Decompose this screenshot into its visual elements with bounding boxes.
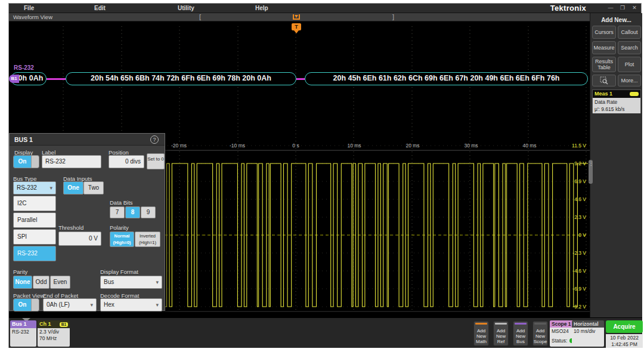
zoom-window-right-bracket[interactable]: ] <box>392 13 394 20</box>
polarity-label: Polarity <box>110 224 129 231</box>
parity-label: Parity <box>13 268 27 275</box>
time-tick-label: 20 ms <box>405 143 419 149</box>
meas1-name: Data Rate <box>595 98 639 106</box>
set-to-zero-button[interactable]: Set to 0 <box>147 153 165 169</box>
restore-icon[interactable]: ❐ <box>618 5 627 11</box>
bus-handle-badge[interactable]: B1 <box>9 75 19 83</box>
chevron-down-icon: ▾ <box>90 299 93 311</box>
mask-zoom-button[interactable] <box>592 75 616 87</box>
volt-tick-label: 4.6 V <box>574 196 586 202</box>
bus1-badge[interactable]: Bus 1 RS-232 <box>10 320 36 347</box>
waveform-view-bar: Waveform View [ ] <box>9 13 590 21</box>
ref-color-stripe <box>495 323 507 325</box>
chevron-down-icon: ▾ <box>156 276 159 288</box>
threshold-input[interactable]: 0 V <box>58 231 101 246</box>
parity-none-button[interactable]: None <box>13 276 32 289</box>
add-results-table-button[interactable]: Results Table <box>592 57 616 72</box>
tektronix-logo: Tektronix <box>550 4 586 13</box>
waveform-view-title: Waveform View <box>13 14 52 20</box>
bus-type-option-rs232[interactable]: RS-232 <box>13 246 56 261</box>
volt-tick-label: 9.2 V <box>574 160 586 166</box>
display-format-dropdown[interactable]: Bus▾ <box>100 276 162 289</box>
end-of-packet-dropdown[interactable]: 0Ah (LF)▾ <box>43 298 97 311</box>
parity-even-button[interactable]: Even <box>50 276 70 289</box>
packet-view-toggle[interactable]: On <box>13 298 39 311</box>
horizontal-scale: 10 ms/div <box>574 328 602 335</box>
acquire-panel: Acquire 10 Feb 2022 1:42:45 PM <box>606 320 643 348</box>
bus-type-option-i2c[interactable]: I2C <box>13 196 56 211</box>
volt-tick-label: 0 V <box>578 232 586 238</box>
add-new-math-button[interactable]: Add New Math <box>473 321 489 346</box>
horizontal-title: Horizontal <box>572 320 604 328</box>
volt-tick-label: 11.5 V <box>572 143 586 149</box>
decode-packet[interactable]: 20h 54h 65h 6Bh 74h 72h 6Fh 6Eh 69h 78h … <box>66 72 296 85</box>
close-icon[interactable]: ✕ <box>630 5 639 11</box>
inputs-one-button[interactable]: One <box>63 181 83 195</box>
inputs-two-button[interactable]: Two <box>83 181 104 195</box>
threshold-label: Threshold <box>58 224 83 231</box>
volt-tick-label: 2.3 V <box>574 214 586 220</box>
add-search-button[interactable]: Search <box>618 41 641 54</box>
add-new-bus-button[interactable]: Add New Bus <box>513 321 528 346</box>
add-measure-button[interactable]: Measure <box>592 41 616 54</box>
add-new-scope-button[interactable]: Add New Scope <box>532 321 548 346</box>
volt-tick-label: -2.3 V <box>572 250 586 256</box>
bits-7-button[interactable]: 7 <box>110 206 125 218</box>
add-plot-button[interactable]: Plot <box>618 57 641 72</box>
trigger-flag[interactable]: T <box>292 23 301 33</box>
bits-8-button[interactable]: 8 <box>125 206 140 218</box>
position-input[interactable]: 0 divs <box>109 155 144 168</box>
more-button[interactable]: More... <box>618 75 641 87</box>
meas-source-badge <box>630 92 639 96</box>
bus1-badge-title: Bus 1 <box>10 320 36 328</box>
chevron-down-icon: ▾ <box>49 182 52 194</box>
menu-edit[interactable]: Edit <box>94 5 106 11</box>
bus-type-option-parallel[interactable]: Parallel <box>13 212 56 228</box>
waveform-display-area[interactable]: T RS-232 B1 20h 0Ah 20h 54h 65h 6Bh 74h … <box>9 21 590 317</box>
decode-format-dropdown[interactable]: Hex▾ <box>100 298 162 311</box>
ch1-badge[interactable]: Ch 1 B1 2.3 V/div 70 MHz <box>38 320 70 347</box>
bus-type-dropdown[interactable]: RS-232▾ <box>13 181 56 195</box>
expansion-point-icon[interactable] <box>293 14 300 20</box>
menu-help[interactable]: Help <box>255 5 268 11</box>
bus-type-option-spi[interactable]: SPI <box>13 229 56 245</box>
oscilloscope-app-window: File Edit Utility Help Tektronix — ❐ ✕ W… <box>8 3 642 348</box>
bus1-badge-value: RS-232 <box>10 328 36 347</box>
scope-color-stripe <box>534 323 546 325</box>
add-callout-button[interactable]: Callout <box>618 26 641 39</box>
minimize-icon[interactable]: — <box>606 5 615 11</box>
meas1-result-badge[interactable]: Meas 1 Data Rate µ': 9.615 kb/s <box>592 89 641 113</box>
parity-odd-button[interactable]: Odd <box>33 276 49 289</box>
polarity-inverted-button[interactable]: Inverted(High=1) <box>135 231 160 247</box>
bus-track-label: RS-232 <box>14 64 34 71</box>
add-cursors-button[interactable]: Cursors <box>592 26 616 39</box>
volt-tick-label: -4.6 V <box>572 268 586 274</box>
meas1-value: µ': 9.615 kb/s <box>595 106 639 113</box>
dialog-title: BUS 1 <box>14 136 33 143</box>
horizontal-panel[interactable]: Horizontal 10 ms/div <box>572 320 604 347</box>
packet-connector <box>296 78 305 80</box>
menu-utility[interactable]: Utility <box>178 5 194 11</box>
zoom-window-left-bracket[interactable]: [ <box>199 13 201 20</box>
acquire-button[interactable]: Acquire <box>606 320 643 333</box>
scope-status-label: Status: <box>552 338 567 344</box>
bits-9-button[interactable]: 9 <box>141 206 156 218</box>
menu-bar: File Edit Utility Help Tektronix — ❐ ✕ <box>9 4 641 13</box>
chevron-down-icon: ▾ <box>156 299 159 311</box>
settings-bar: Bus 1 RS-232 Ch 1 B1 2.3 V/div 70 MHz Ad… <box>9 317 642 348</box>
add-new-ref-button[interactable]: Add New Ref <box>493 321 509 346</box>
label-input[interactable]: RS-232 <box>42 155 101 168</box>
time-tick-label: -20 ms <box>171 143 187 149</box>
dialog-header[interactable]: BUS 1 ? <box>10 134 165 146</box>
packet-view-on: On <box>14 299 31 311</box>
display-toggle[interactable]: On <box>13 155 39 168</box>
packet-connector <box>47 78 66 80</box>
decode-packet[interactable]: 20h 45h 6Eh 61h 62h 6Ch 69h 6Eh 67h 20h … <box>305 72 588 85</box>
help-icon[interactable]: ? <box>150 135 159 144</box>
volt-tick-label: -9.2 V <box>572 304 586 310</box>
menu-file[interactable]: File <box>24 5 34 11</box>
polarity-normal-button[interactable]: Normal(High=0) <box>110 231 134 247</box>
bus-type-value: RS-232 <box>17 184 37 191</box>
display-format-label: Display Format <box>100 268 138 275</box>
ch1-badge-title: Ch 1 B1 <box>38 320 70 328</box>
